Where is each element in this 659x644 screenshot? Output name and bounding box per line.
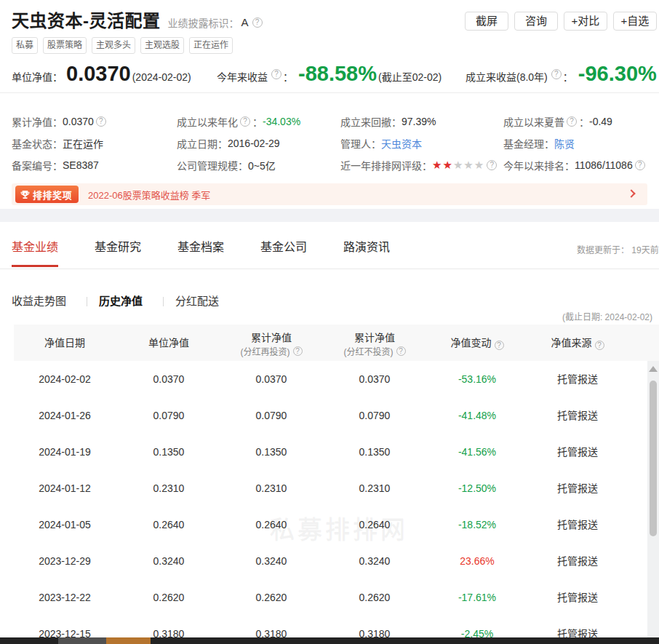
help-icon[interactable]: ? <box>252 17 263 28</box>
tab-performance[interactable]: 基金业绩 <box>12 240 58 255</box>
subtab-history-nav[interactable]: 历史净值 <box>99 294 143 309</box>
cell-cum-nav-reinvest: 0.2640 <box>220 506 322 543</box>
stat-registration: 备案编号： SE8387 <box>12 154 177 176</box>
cell-date: 2024-01-19 <box>14 434 116 470</box>
tab-company[interactable]: 基金公司 <box>260 240 307 255</box>
cell-cum-nav-reinvest: 0.3240 <box>220 543 322 579</box>
ytd-return-value: -88.58% <box>298 62 377 86</box>
divider <box>0 92 659 93</box>
help-icon[interactable]: ? <box>635 160 645 170</box>
cell-source: 托管报送 <box>527 361 628 397</box>
stat-company-scale: 公司管理规模： 0~5亿 <box>177 154 340 176</box>
colon: ： <box>563 69 573 84</box>
award-text: 2022-06股票策略收益榜 季军 <box>88 188 210 202</box>
unit-nav-group: 单位净值： 0.0370 (2024-02-02) <box>12 62 191 86</box>
colon: ： <box>283 69 293 84</box>
tab-bar: 基金业绩 基金研究 基金档案 基金公司 路演资讯 数据更新于： 19天前 <box>0 222 659 269</box>
stars-empty: ★★★ <box>453 159 484 171</box>
stat-rank: 今年以来排名： 11086/11086 ? <box>503 154 659 176</box>
help-icon[interactable]: ? <box>96 116 106 127</box>
tag-private-fund: 私募 <box>12 37 38 54</box>
cell-date: 2023-12-29 <box>14 543 116 579</box>
compare-button[interactable]: +对比 <box>564 12 607 31</box>
scroll-up-arrow-icon[interactable] <box>649 366 658 372</box>
table-row[interactable]: 2023-12-22 0.2620 0.2620 0.2620 -17.61% … <box>14 579 647 616</box>
help-icon[interactable]: ? <box>495 341 504 350</box>
action-buttons: 截屏 咨询 +对比 +自选 <box>465 12 657 31</box>
tag-stock-strategy: 股票策略 <box>43 37 87 54</box>
award-banner[interactable]: 排排奖项 2022-06股票策略收益榜 季军 <box>12 183 647 205</box>
cell-source: 托管报送 <box>527 543 628 579</box>
help-icon[interactable]: ? <box>396 346 406 356</box>
cell-unit-nav: 0.3240 <box>118 543 220 579</box>
cell-cum-nav-reinvest: 0.2310 <box>220 470 322 506</box>
cell-date: 2024-01-26 <box>14 397 116 434</box>
colon: ： <box>579 114 589 129</box>
cell-change: -12.50% <box>426 470 528 506</box>
help-icon[interactable]: ? <box>240 116 250 127</box>
table-row[interactable]: 2024-01-26 0.0790 0.0790 0.0790 -41.48% … <box>14 397 647 434</box>
table-row[interactable]: 2024-01-12 0.2310 0.2310 0.2310 -12.50% … <box>14 470 647 506</box>
tab-research[interactable]: 基金研究 <box>95 240 141 255</box>
cell-change: -18.52% <box>426 506 528 543</box>
colon: ： <box>252 114 263 129</box>
help-icon[interactable]: ? <box>487 160 497 170</box>
cell-date: 2024-01-12 <box>14 470 116 506</box>
subtab-dividend[interactable]: 分红配送 <box>175 294 219 309</box>
fund-manager-link[interactable]: 陈贤 <box>554 136 575 151</box>
screenshot-button[interactable]: 截屏 <box>465 12 508 31</box>
chevron-right-icon[interactable] <box>627 189 635 197</box>
stat-manager-company: 管理人： 天虫资本 <box>340 132 503 154</box>
award-badge-label: 排排奖项 <box>33 188 72 202</box>
cell-cum-nav-exclude: 0.2640 <box>324 506 426 543</box>
tab-roadshow[interactable]: 路演资讯 <box>343 240 390 255</box>
consult-button[interactable]: 咨询 <box>514 12 558 31</box>
table-row[interactable]: 2024-01-05 0.2640 0.2640 0.2640 -18.52% … <box>14 506 647 543</box>
cell-cum-nav-exclude: 0.0370 <box>324 361 426 397</box>
stat-cum-nav: 累计净值： 0.0370 ? <box>12 111 177 132</box>
cell-source: 托管报送 <box>527 579 628 616</box>
scrollbar-thumb[interactable] <box>650 381 657 536</box>
cell-source: 托管报送 <box>527 470 628 506</box>
unit-nav-value: 0.0370 <box>66 62 131 86</box>
col-header-cum-nav-reinvest: 累计净值 (分红再投资)? <box>220 330 322 357</box>
help-icon[interactable]: ? <box>271 69 281 79</box>
cutoff-date-note: (截止日期: 2024-02-02) <box>562 310 652 322</box>
help-icon[interactable]: ? <box>551 69 562 79</box>
cell-change: -53.16% <box>426 361 528 397</box>
col-header-change: 净值变动? <box>426 325 528 361</box>
tag-operating: 正在运作 <box>189 37 233 54</box>
stars-filled: ★★ <box>432 159 453 171</box>
sub-tabs: 收益走势图 历史净值 分红配送 <box>12 294 219 309</box>
cell-cum-nav-reinvest: 0.0790 <box>220 397 322 434</box>
rating-stars: ★★★★★ <box>432 159 484 170</box>
cell-date: 2024-01-05 <box>14 506 116 543</box>
table-row[interactable]: 2024-01-19 0.1350 0.1350 0.1350 -41.56% … <box>14 434 647 470</box>
disclosure-badge: 业绩披露标识： A ? <box>168 15 263 30</box>
cell-unit-nav: 0.1350 <box>118 434 220 470</box>
taskbar-segment <box>106 637 151 644</box>
stat-fund-manager: 基金经理： 陈贤 <box>503 132 659 154</box>
table-row[interactable]: 2024-02-02 0.0370 0.0370 0.0370 -53.16% … <box>14 361 647 397</box>
help-icon[interactable]: ? <box>567 116 577 127</box>
cell-change: -17.61% <box>426 579 528 616</box>
help-icon[interactable]: ? <box>293 346 303 356</box>
table-body: 2024-02-02 0.0370 0.0370 0.0370 -53.16% … <box>14 361 647 644</box>
table-row[interactable]: 2023-12-29 0.3240 0.3240 0.3240 23.66% 托… <box>14 543 647 579</box>
cell-cum-nav-exclude: 0.2620 <box>324 579 426 616</box>
stats-grid: 累计净值： 0.0370 ? 成立以来年化 ? ： -34.03% 成立来回撤：… <box>12 111 659 176</box>
stat-status: 基金状态： 正在运作 <box>12 132 177 154</box>
cell-source: 托管报送 <box>527 397 628 434</box>
watchlist-button[interactable]: +自选 <box>613 12 657 31</box>
stat-sharpe: 成立以来夏普 ? ： -0.49 <box>503 111 659 132</box>
vertical-scrollbar[interactable] <box>647 361 659 644</box>
manager-company-link[interactable]: 天虫资本 <box>381 136 422 151</box>
cell-source: 托管报送 <box>527 506 628 543</box>
help-icon[interactable]: ? <box>595 341 604 350</box>
page-title: 天虫资本-灵活配置 <box>12 11 161 31</box>
tab-archives[interactable]: 基金档案 <box>177 240 224 255</box>
subtab-trend-chart[interactable]: 收益走势图 <box>12 294 66 309</box>
separator <box>163 297 164 306</box>
disclosure-label: 业绩披露标识： <box>168 15 239 30</box>
col-header-source: 净值来源? <box>527 325 628 361</box>
